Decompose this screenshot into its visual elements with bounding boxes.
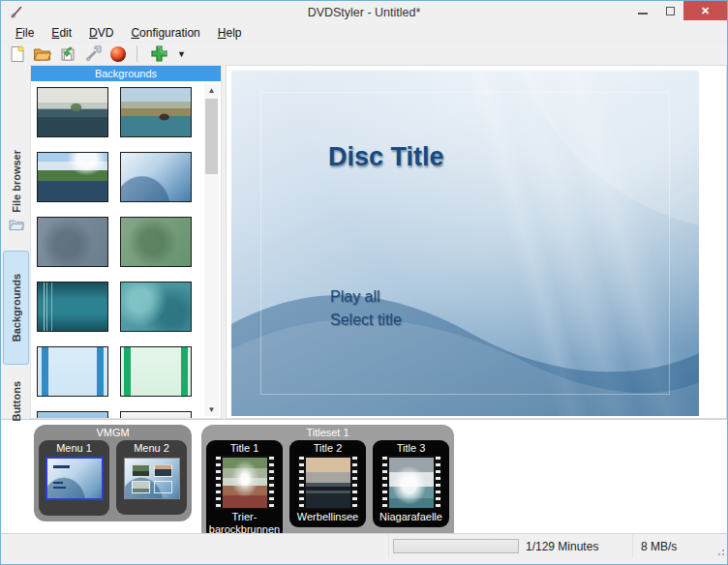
settings-button[interactable] xyxy=(82,45,103,64)
open-project-icon xyxy=(33,45,51,63)
mini-play-all xyxy=(53,482,63,484)
maximize-button[interactable] xyxy=(656,1,683,20)
burn-disc-icon xyxy=(110,46,126,62)
minimize-button[interactable] xyxy=(629,1,656,20)
menu-2-item[interactable]: Menu 2 xyxy=(116,440,187,515)
mini-select-title xyxy=(53,487,66,489)
menu-help[interactable]: Help xyxy=(209,24,251,42)
toolbar-separator xyxy=(136,45,137,62)
title-2-label: Title 2 xyxy=(291,442,364,455)
save-project-icon xyxy=(59,45,76,63)
close-button[interactable]: ✕ xyxy=(683,1,727,20)
vmgm-label: VMGM xyxy=(39,427,187,439)
title-3-filmstrip xyxy=(381,456,441,510)
settings-wrench-icon xyxy=(84,45,102,63)
title-1-label: Title 1 xyxy=(208,442,281,455)
background-thumbnail-sea-island[interactable] xyxy=(37,87,108,137)
menu-bar: File Edit DVD Configuration Help xyxy=(1,23,727,43)
backgrounds-scrollbar[interactable]: ▲ ▼ xyxy=(204,83,219,416)
folder-icon xyxy=(9,218,24,231)
dvdstyler-window: DVDStyler - Untitled* ✕ File Edit DVD Co… xyxy=(0,0,728,565)
waterfall-photo xyxy=(389,458,434,508)
add-dropdown-caret[interactable]: ▼ xyxy=(177,49,186,59)
backgrounds-pane-caption[interactable]: Backgrounds xyxy=(31,66,221,81)
menu-2-thumbnail xyxy=(124,458,180,499)
tab-backgrounds[interactable]: Backgrounds xyxy=(3,251,29,365)
background-thumbnail-coast-ship[interactable] xyxy=(120,87,192,137)
title-3-caption: Niagarafaelle xyxy=(375,511,447,523)
toolbar: ▼ xyxy=(1,43,727,65)
tab-file-browser[interactable]: File browser xyxy=(3,136,29,245)
background-thumbnail-green-blur[interactable] xyxy=(120,217,192,267)
resize-grip[interactable] xyxy=(715,547,724,555)
status-bar: 1/129 Minutes 8 MB/s xyxy=(1,533,727,558)
menu-file[interactable]: File xyxy=(7,24,43,42)
backgrounds-panel: Backgrounds ▲ ▼ xyxy=(30,65,222,419)
titleset-group: Titleset 1 Title 1 Trier-barockbrunnen T… xyxy=(201,425,454,546)
mini-empty-frame xyxy=(154,481,172,493)
safe-area-frame xyxy=(260,92,670,395)
disc-title-text[interactable]: Disc Title xyxy=(328,142,444,172)
duration-text: 1/129 Minutes xyxy=(526,540,598,553)
titleset-label: Titleset 1 xyxy=(206,427,449,439)
tab-buttons-label: Buttons xyxy=(11,381,22,422)
mini-photo-3 xyxy=(132,481,150,493)
background-thumbnail-lake-forest[interactable] xyxy=(37,152,108,202)
title-browser: VMGM Menu 1 Menu 2 xyxy=(1,419,727,533)
background-thumbnail-gray-blur[interactable] xyxy=(37,217,108,267)
status-field-empty xyxy=(1,534,389,558)
menu-button-select-title[interactable]: Select title xyxy=(330,312,402,329)
mini-photo-1 xyxy=(132,464,150,477)
title-3-item[interactable]: Title 3 Niagarafaelle xyxy=(373,440,449,527)
new-project-icon xyxy=(9,45,26,63)
status-field-bitrate: 8 MB/s xyxy=(633,534,727,558)
menu-button-play-all[interactable]: Play all xyxy=(330,288,380,306)
main-area: File browser Backgrounds Buttons Backgro… xyxy=(1,65,727,419)
title-bar[interactable]: DVDStyler - Untitled* ✕ xyxy=(1,1,727,23)
pier-photo xyxy=(306,458,350,508)
new-project-button[interactable] xyxy=(7,45,27,64)
menu-2-label: Menu 2 xyxy=(118,442,185,455)
tab-backgrounds-label: Backgrounds xyxy=(11,274,22,342)
status-field-capacity: 1/129 Minutes xyxy=(389,534,633,558)
menu-dvd[interactable]: DVD xyxy=(80,24,122,42)
add-button[interactable] xyxy=(146,45,171,64)
scroll-down-icon[interactable]: ▼ xyxy=(204,402,219,416)
background-thumbnail-green-bars[interactable] xyxy=(120,346,192,397)
capacity-gauge xyxy=(393,539,519,553)
vmgm-group: VMGM Menu 1 Menu 2 xyxy=(34,425,192,521)
add-plus-icon xyxy=(150,45,168,63)
menu-configuration[interactable]: Configuration xyxy=(122,24,208,42)
background-thumbnail-teal-stripes[interactable] xyxy=(37,282,108,332)
bitrate-text: 8 MB/s xyxy=(641,540,677,553)
background-thumbnail-blue-bars[interactable] xyxy=(37,346,108,397)
menu-editor[interactable]: Disc Title Play all Select title xyxy=(226,65,727,419)
backgrounds-grid xyxy=(31,81,221,419)
title-2-item[interactable]: Title 2 Werbellinsee xyxy=(289,440,366,527)
background-thumbnail-silver-gradient[interactable] xyxy=(120,411,192,419)
menu-1-item[interactable]: Menu 1 xyxy=(39,440,109,516)
fountain-photo xyxy=(223,458,267,508)
tab-buttons[interactable]: Buttons xyxy=(3,371,29,432)
menu-1-thumbnail xyxy=(46,457,104,500)
open-project-button[interactable] xyxy=(32,45,52,64)
background-thumbnail-teal-texture[interactable] xyxy=(120,282,192,332)
mini-photo-2 xyxy=(154,464,172,477)
window-title: DVDStyler - Untitled* xyxy=(1,6,727,19)
save-project-button[interactable] xyxy=(57,45,77,64)
mini-disc-title xyxy=(53,465,70,468)
background-thumbnail-blue-waves[interactable] xyxy=(120,152,192,202)
title-3-label: Title 3 xyxy=(375,442,447,455)
burn-button[interactable] xyxy=(107,45,128,64)
title-2-caption: Werbellinsee xyxy=(291,511,364,523)
menu-edit[interactable]: Edit xyxy=(43,24,80,42)
menu-canvas[interactable]: Disc Title Play all Select title xyxy=(231,71,699,416)
title-2-filmstrip xyxy=(298,456,358,510)
title-1-item[interactable]: Title 1 Trier-barockbrunnen xyxy=(206,440,283,540)
scrollbar-thumb[interactable] xyxy=(205,99,218,174)
tab-file-browser-label: File browser xyxy=(11,150,22,213)
menu-1-label: Menu 1 xyxy=(41,442,107,455)
scroll-up-icon[interactable]: ▲ xyxy=(204,83,219,97)
side-tab-strip: File browser Backgrounds Buttons xyxy=(1,65,30,419)
background-thumbnail-blue-gradient[interactable] xyxy=(37,411,108,419)
